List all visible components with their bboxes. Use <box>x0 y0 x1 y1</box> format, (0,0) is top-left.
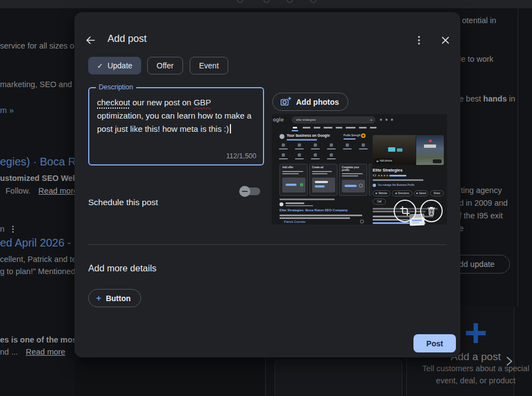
add-photos-button[interactable]: Add photos <box>272 93 348 111</box>
bg-text: e best <box>459 94 483 103</box>
tab-event[interactable]: Event <box>190 57 228 74</box>
bg-text: n <box>0 224 4 233</box>
close-icon[interactable] <box>438 33 453 47</box>
bg-text: ting agency <box>461 186 502 195</box>
toolbar-icon <box>237 0 243 3</box>
mini-search-icon <box>391 119 393 121</box>
bg-text: service for all sizes of . <box>0 41 81 50</box>
text-cursor <box>230 124 231 133</box>
mini-tab <box>314 127 320 129</box>
add-button-chip[interactable]: + Button <box>88 289 141 307</box>
check-icon: ✓ <box>97 62 103 70</box>
mini-action-chip: Website <box>378 192 387 195</box>
button-chip-label: Button <box>106 294 131 303</box>
screen: service for all sizes of . marketing, SE… <box>0 0 532 396</box>
description-field[interactable]: Description checkout our new post on GBP… <box>88 87 264 165</box>
description-text[interactable]: checkout our new post on GBP optimizatio… <box>97 96 255 136</box>
divider <box>265 357 266 396</box>
mini-result-title: Elite Strategies: Boca Raton SEO Company <box>280 208 348 212</box>
mini-tab <box>303 127 310 129</box>
add-post-dialog: Add post ✓ Update Offer Event Descriptio… <box>74 12 460 357</box>
mini-tab <box>370 127 377 129</box>
mini-action-chip: Saved <box>419 192 426 195</box>
mini-rating: 4.9 <box>373 174 376 177</box>
mini-action-chip: Directions <box>398 192 409 195</box>
schedule-toggle[interactable] <box>241 188 260 195</box>
bg-text: g to plan!" Mentioned <box>0 267 76 276</box>
mini-card <box>369 164 372 196</box>
mini-subtitle-bar <box>287 139 317 141</box>
tab-update[interactable]: ✓ Update <box>88 57 141 74</box>
mini-tab-underline <box>292 130 298 131</box>
description-label: Description <box>96 83 136 91</box>
bg-text: marketing, SEO and ... <box>0 80 81 89</box>
mini-avatar <box>280 134 284 139</box>
bg-result-title[interactable]: ed April 2026 - <box>0 237 71 249</box>
mini-google-logo: ogle <box>273 116 284 122</box>
mini-call-chip: Call <box>377 200 381 203</box>
bg-text: in <box>507 94 515 103</box>
mini-profile-strength: Profile Strength <box>343 134 361 137</box>
divider <box>518 8 518 307</box>
mini-sublink: Patrick Coombe <box>284 220 305 223</box>
toolbar-icon <box>287 0 293 3</box>
mini-mic-icon <box>380 119 382 121</box>
bg-text: f the I95 exit <box>459 211 503 220</box>
bg-text: d in 2009 and <box>459 199 508 207</box>
read-more-link[interactable]: Read more <box>26 347 66 356</box>
mini-photo-office: ⊕ Add photos <box>373 135 416 165</box>
tab-offer[interactable]: Offer <box>147 57 183 74</box>
mini-card: Add offer <box>280 164 308 196</box>
tab-label: Offer <box>157 61 174 70</box>
delete-image-button[interactable] <box>420 200 443 222</box>
mini-clear-icon: ✕ <box>370 118 373 122</box>
bg-text: nd ... <box>0 347 18 356</box>
mini-tab <box>359 127 367 129</box>
camera-add-icon <box>280 96 292 108</box>
tab-label: Event <box>199 61 219 70</box>
mini-card: Complete your profile <box>339 164 367 196</box>
bg-result-title[interactable]: egies) · Boca R <box>0 156 76 168</box>
add-more-details-heading: Add more details <box>88 263 157 274</box>
bg-link[interactable]: m » <box>0 105 14 115</box>
post-button[interactable]: Post <box>413 334 456 352</box>
mini-search-query: elite strategies <box>296 118 315 121</box>
toolbar-icon <box>310 0 316 3</box>
add-post-plus-icon[interactable] <box>463 320 489 346</box>
mini-card: Create ad <box>309 164 337 196</box>
mini-search-bar: elite strategies ✕ <box>292 116 375 124</box>
more-options-icon[interactable] <box>412 33 426 47</box>
mini-photo-building <box>416 135 444 165</box>
bg-text: hands <box>483 94 507 103</box>
browser-toolbar <box>0 0 532 8</box>
description-segment: our new post on <box>130 98 194 107</box>
mini-tab <box>293 127 297 129</box>
mini-manage-text: You manage this Business Profile <box>378 184 415 186</box>
add-post-subtitle: event, deal, or product <box>418 376 532 385</box>
overflow-menu-icon[interactable] <box>12 224 14 234</box>
read-more-link[interactable]: Read more <box>39 186 78 195</box>
mini-favicon <box>280 202 283 206</box>
misspelled-word[interactable]: GBP <box>194 98 211 107</box>
mini-strength-donut <box>361 133 366 138</box>
divider <box>88 244 447 245</box>
mini-bar <box>343 138 356 140</box>
mini-manage-icon <box>373 184 376 187</box>
bg-text: le to work <box>459 55 493 63</box>
char-counter: 112/1,500 <box>226 152 256 160</box>
mini-tab <box>346 127 356 129</box>
trash-icon <box>427 206 436 216</box>
mini-add-photos-chip: Add photos <box>380 159 393 162</box>
mini-tab <box>324 127 332 129</box>
add-photos-label: Add photos <box>296 98 339 106</box>
bg-panel <box>75 357 265 396</box>
bg-text: ustomized SEO Web D <box>0 174 85 183</box>
toggle-thumb <box>239 186 250 197</box>
crop-icon <box>400 206 410 216</box>
tab-label: Update <box>108 61 132 70</box>
back-button[interactable] <box>83 33 98 47</box>
crop-image-button[interactable] <box>394 200 416 222</box>
chevron-right-icon[interactable] <box>503 355 515 370</box>
misspelled-word[interactable]: checkout <box>97 98 130 107</box>
bg-text: cellent, Patrick and tea <box>0 255 81 264</box>
